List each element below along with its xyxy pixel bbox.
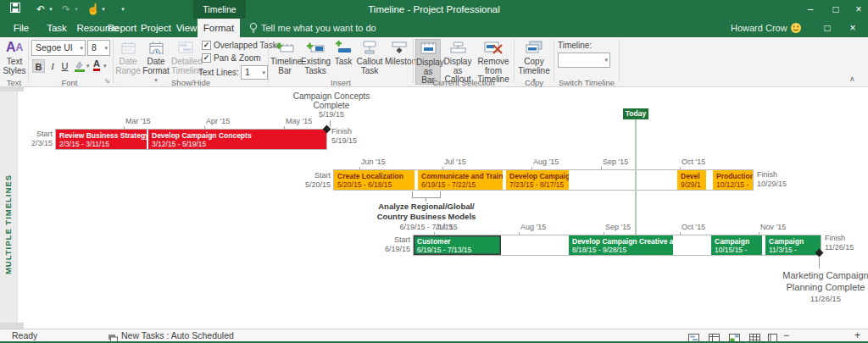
timeline-bar-red[interactable]: Review Business Strategy 2/3/15 - 3/11/1…: [55, 129, 327, 150]
tab-project[interactable]: Project: [137, 19, 175, 37]
timeline-bar-green[interactable]: Customer 6/19/15 - 7/13/15 Develop Campa…: [413, 235, 821, 256]
redo-button: ↷: [59, 0, 73, 19]
user-name[interactable]: Howard Crow: [731, 19, 787, 37]
underline-button[interactable]: U: [59, 59, 70, 73]
insert-task-button[interactable]: Task: [332, 39, 354, 67]
title-bar: ↶ ▾ ↷ ▾ ☝ ▾ ▾ Timeline - Project Profess…: [0, 0, 868, 19]
font-size-combo[interactable]: 8▾: [87, 40, 110, 56]
chevron-down-icon: ▾: [102, 6, 105, 12]
month-tick: Aug '15: [531, 158, 559, 167]
group-separator: [28, 39, 29, 83]
date-format-icon: [142, 39, 170, 56]
timeline-task-segment[interactable]: Production 10/12/15 -: [713, 170, 753, 190]
timeline-bar-button[interactable]: Timeline Bar: [270, 39, 299, 75]
group-separator: [514, 39, 515, 83]
month-tick: Jul '15: [442, 158, 466, 167]
milestone-button[interactable]: Milestone: [385, 39, 414, 67]
customize-qat-button[interactable]: ▾: [119, 0, 127, 19]
timeline-task-segment[interactable]: Review Business Strategy 2/3/15 - 3/11/1…: [56, 130, 147, 149]
timeline-task-segment-selected[interactable]: Customer 6/19/15 - 7/13/15: [414, 235, 501, 255]
milestone-callout[interactable]: Marketing Campaign Planning Complete 11/…: [771, 269, 868, 305]
chevron-down-icon: ▾: [604, 53, 608, 67]
background-color-dropdown[interactable]: ▾: [86, 63, 90, 69]
switch-timeline-combo[interactable]: ▾: [558, 53, 610, 68]
timeline-bar-icon: [270, 39, 299, 56]
touch-mode-icon: ☝: [86, 3, 100, 15]
chevron-up-icon: ∧: [849, 75, 855, 83]
background-color-icon: [74, 60, 86, 72]
timeline-task-segment[interactable]: Devel 9/29/1: [677, 170, 706, 190]
overlapped-tasks-checkbox[interactable]: ✓: [202, 41, 211, 50]
font-color-button[interactable]: A: [93, 59, 100, 71]
pan-zoom-label: Pan & Zoom: [214, 53, 261, 63]
ribbon: AA Text Styles Text Segoe UI▾ 8▾ B I U ▾…: [0, 37, 868, 87]
timeline-bar-orange[interactable]: Create Localization 5/20/15 - 6/18/15 Co…: [333, 169, 754, 191]
chevron-down-icon: ▾: [86, 63, 90, 69]
bold-button[interactable]: B: [32, 59, 45, 73]
timeline-task-segment[interactable]: Campaign 11/3/15 -: [765, 235, 821, 255]
zoom-out-button[interactable]: −: [783, 329, 789, 342]
group-separator: [413, 39, 414, 83]
chevron-down-icon: ▾: [80, 41, 83, 55]
callout-connector: [440, 191, 441, 197]
timeline-task-segment[interactable]: Create Localization 5/20/15 - 6/18/15: [334, 170, 415, 190]
pan-zoom-checkbox[interactable]: ✓: [202, 53, 211, 63]
tab-format[interactable]: Format: [198, 19, 240, 37]
tab-view[interactable]: View: [172, 19, 201, 37]
existing-tasks-button[interactable]: Existing Tasks: [301, 39, 330, 75]
minimize-button[interactable]: –: [801, 0, 820, 19]
background-color-button[interactable]: [74, 60, 86, 75]
close-file-window-button[interactable]: ×: [843, 19, 862, 37]
text-styles-button[interactable]: AA Text Styles: [2, 39, 27, 75]
italic-button[interactable]: I: [47, 59, 58, 73]
milestone-callout[interactable]: Campaign Concepts Complete 5/19/15: [280, 91, 383, 119]
new-tasks-mode-button[interactable]: New Tasks : Auto Scheduled: [121, 329, 234, 342]
milestone-icon: [385, 39, 414, 56]
feedback-smiley-icon[interactable]: [790, 22, 802, 37]
timeline-task-segment[interactable]: Develop Campaign Concepts 3/12/15 - 5/19…: [148, 130, 326, 149]
touch-mode-dropdown[interactable]: ▾: [100, 0, 107, 19]
close-button[interactable]: ×: [849, 0, 868, 19]
callout-task-icon: [356, 39, 383, 56]
group-label-insert: Insert: [269, 78, 413, 87]
timeline-task-segment[interactable]: Develop Campaign 7/23/15 - 8/17/15: [506, 170, 569, 190]
lightbulb-icon: [248, 22, 259, 37]
tell-me-box[interactable]: Tell me what you want to do: [261, 19, 376, 37]
touch-mode-button[interactable]: ☝: [86, 0, 100, 19]
close-icon: ×: [855, 3, 861, 15]
application-window: ↶ ▾ ↷ ▾ ☝ ▾ ▾ Timeline - Project Profess…: [0, 0, 868, 343]
status-bar: Ready New Tasks : Auto Scheduled − +: [0, 329, 868, 342]
callout-task-button[interactable]: Callout Task: [356, 39, 383, 75]
zoom-in-button[interactable]: +: [854, 329, 860, 342]
tab-report[interactable]: Report: [103, 19, 142, 37]
tab-file[interactable]: File: [7, 19, 36, 37]
detailed-timeline-icon: [171, 39, 200, 56]
callout-connector: [819, 257, 820, 268]
timeline-task-segment[interactable]: Campaign 10/15/15 -: [711, 235, 762, 255]
restore-file-window-button[interactable]: □: [818, 19, 837, 37]
timeline-task-segment[interactable]: Develop Campaign Creative and 8/18/15 - …: [569, 235, 673, 255]
chevron-down-icon: ▾: [262, 66, 265, 79]
undo-dropdown[interactable]: ▾: [47, 0, 54, 19]
existing-tasks-icon: [301, 39, 330, 56]
group-label-showhide: Show/Hide: [114, 78, 268, 87]
font-color-dropdown[interactable]: ▾: [103, 63, 107, 69]
undo-button[interactable]: ↶: [34, 0, 47, 19]
font-dialog-launcher[interactable]: ⇘: [104, 77, 110, 85]
group-separator: [554, 39, 554, 83]
timeline-finish-label: Finish 10/29/15: [757, 170, 787, 189]
check-icon: ✓: [203, 41, 210, 49]
chevron-down-icon: ▾: [103, 63, 107, 69]
maximize-button[interactable]: □: [826, 0, 845, 19]
task-callout[interactable]: Analyze Regional/Global/ Country Busines…: [375, 202, 478, 232]
font-name-combo[interactable]: Segoe UI▾: [31, 40, 86, 56]
undo-icon: ↶: [36, 3, 45, 15]
check-icon: ✓: [203, 53, 210, 62]
detailed-timeline-button: Detailed Timeline: [171, 39, 200, 75]
month-tick: Aug '15: [519, 223, 546, 232]
save-button[interactable]: [7, 0, 24, 19]
timeline-task-segment[interactable]: Communicate and Train 6/19/15 - 7/22/15: [418, 170, 503, 190]
collapse-ribbon-button[interactable]: ∧: [849, 75, 855, 83]
scrollbar-corner: [0, 323, 24, 329]
tab-task[interactable]: Task: [42, 19, 71, 37]
